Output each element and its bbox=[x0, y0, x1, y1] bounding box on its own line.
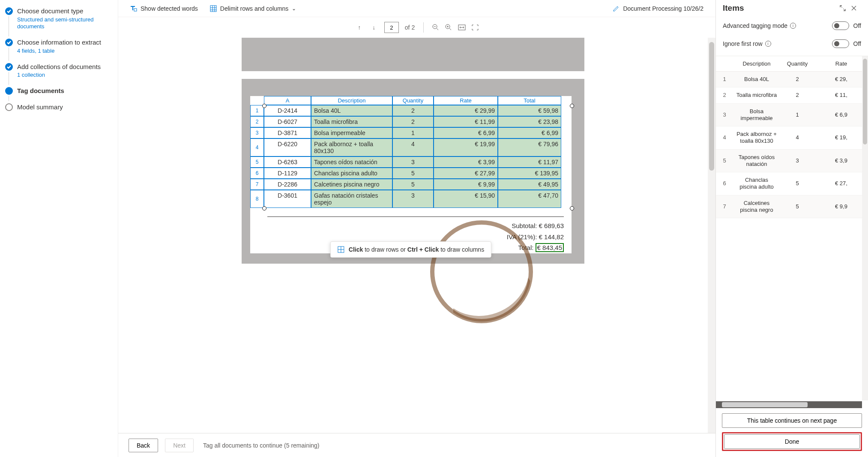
table-cell[interactable]: 1 bbox=[392, 127, 434, 138]
panel-row[interactable]: 4Pack albornoz + toalla 80x1304€ 19, bbox=[716, 126, 868, 150]
table-cell[interactable]: D-6027 bbox=[264, 116, 311, 127]
wizard-step[interactable]: Tag documents bbox=[5, 83, 113, 99]
canvas-vertical-scrollbar[interactable] bbox=[708, 38, 715, 433]
table-cell[interactable]: € 139,95 bbox=[498, 168, 561, 179]
selection-handle-tr[interactable] bbox=[570, 104, 574, 108]
table-row[interactable]: 4D-6220Pack albornoz + toalla 80x1304€ 1… bbox=[250, 138, 572, 156]
row-number[interactable]: 1 bbox=[250, 105, 264, 116]
row-number[interactable]: 4 bbox=[250, 138, 264, 156]
advanced-tagging-toggle[interactable] bbox=[832, 21, 849, 30]
table-cell[interactable]: 2 bbox=[392, 105, 434, 116]
table-row[interactable]: 5D-6263Tapones oídos natación3€ 3,99€ 11… bbox=[250, 156, 572, 168]
table-cell[interactable]: D-1129 bbox=[264, 168, 311, 179]
panel-row[interactable]: 1Bolsa 40L2€ 29, bbox=[716, 72, 868, 87]
table-cell[interactable]: Tapones oídos natación bbox=[311, 156, 392, 168]
table-cell[interactable]: 5 bbox=[392, 179, 434, 190]
prev-page-button[interactable]: ↑ bbox=[355, 24, 364, 31]
info-icon[interactable]: i bbox=[790, 23, 796, 29]
page-number-input[interactable] bbox=[384, 22, 399, 33]
panel-row[interactable]: 6Chanclas piscina adulto5€ 27, bbox=[716, 172, 868, 195]
column-header[interactable]: A bbox=[264, 96, 311, 105]
table-row[interactable]: 6D-1129Chanclas piscina adulto5€ 27,99€ … bbox=[250, 168, 572, 179]
back-button[interactable]: Back bbox=[129, 439, 158, 452]
table-cell[interactable]: Toalla microfibra bbox=[311, 116, 392, 127]
table-cell[interactable]: € 15,90 bbox=[434, 190, 498, 208]
selection-handle-br[interactable] bbox=[570, 206, 574, 210]
column-header[interactable]: Rate bbox=[434, 96, 498, 105]
table-row[interactable]: 3D-3871Bolsa impermeable1€ 6,99€ 6,99 bbox=[250, 127, 572, 138]
selection-handle-bl[interactable] bbox=[262, 206, 266, 210]
table-cell[interactable]: € 79,96 bbox=[498, 138, 561, 156]
table-cell[interactable]: € 11,99 bbox=[434, 116, 498, 127]
table-row[interactable]: 8D-3601Gafas natación cristales espejo3€… bbox=[250, 190, 572, 208]
table-cell[interactable]: € 49,95 bbox=[498, 179, 561, 190]
table-cell[interactable]: € 23,98 bbox=[498, 116, 561, 127]
table-cell[interactable]: Bolsa impermeable bbox=[311, 127, 392, 138]
table-cell[interactable]: D-3601 bbox=[264, 190, 311, 208]
table-cell[interactable]: € 59,98 bbox=[498, 105, 561, 116]
delimit-rows-columns-button[interactable]: Delimit rows and columns ⌄ bbox=[210, 5, 296, 12]
next-page-button[interactable]: ↓ bbox=[370, 24, 378, 31]
row-number[interactable]: 3 bbox=[250, 127, 264, 138]
row-number[interactable]: 8 bbox=[250, 190, 264, 208]
panel-row[interactable]: 5Tapones oídos natación3€ 3,9 bbox=[716, 149, 868, 172]
table-cell[interactable]: 3 bbox=[392, 190, 434, 208]
table-cell[interactable]: D-6263 bbox=[264, 156, 311, 168]
wizard-step[interactable]: Model summary bbox=[5, 99, 113, 116]
panel-horizontal-scrollbar[interactable] bbox=[716, 401, 862, 408]
table-cell[interactable]: D-2414 bbox=[264, 105, 311, 116]
panel-row[interactable]: 3Bolsa impermeable1€ 6,9 bbox=[716, 103, 868, 126]
zoom-in-button[interactable] bbox=[445, 24, 452, 31]
zoom-out-button[interactable] bbox=[432, 24, 439, 31]
close-panel-button[interactable] bbox=[851, 5, 862, 11]
row-number[interactable]: 7 bbox=[250, 179, 264, 190]
row-number[interactable]: 6 bbox=[250, 168, 264, 179]
table-cell[interactable]: D-3871 bbox=[264, 127, 311, 138]
row-number[interactable]: 5 bbox=[250, 156, 264, 168]
table-cell[interactable]: € 9,99 bbox=[434, 179, 498, 190]
fit-width-button[interactable] bbox=[458, 24, 466, 30]
table-cell[interactable]: 2 bbox=[392, 116, 434, 127]
table-cell[interactable]: Calcetines piscina negro bbox=[311, 179, 392, 190]
table-cell[interactable]: 5 bbox=[392, 168, 434, 179]
wizard-step[interactable]: Choose information to extract4 fields, 1… bbox=[5, 35, 113, 59]
info-icon[interactable]: i bbox=[765, 41, 771, 47]
table-cell[interactable]: € 6,99 bbox=[434, 127, 498, 138]
show-detected-words-button[interactable]: Show detected words bbox=[130, 5, 198, 12]
table-cell[interactable]: € 11,97 bbox=[498, 156, 561, 168]
panel-column-header[interactable]: Description bbox=[733, 56, 780, 72]
table-cell[interactable]: Pack albornoz + toalla 80x130 bbox=[311, 138, 392, 156]
table-cell[interactable]: € 3,99 bbox=[434, 156, 498, 168]
table-row[interactable]: 1D-2414Bolsa 40L2€ 29,99€ 59,98 bbox=[250, 105, 572, 116]
ignore-first-row-toggle[interactable] bbox=[832, 39, 849, 48]
document-name-button[interactable]: Document Processing 10/26/2 bbox=[613, 5, 703, 12]
panel-row[interactable]: 2Toalla microfibra2€ 11, bbox=[716, 87, 868, 103]
table-row[interactable]: 7D-2286Calcetines piscina negro5€ 9,99€ … bbox=[250, 179, 572, 190]
table-cell[interactable]: € 29,99 bbox=[434, 105, 498, 116]
wizard-step[interactable]: Choose document typeStructured and semi-… bbox=[5, 3, 113, 35]
row-number[interactable]: 2 bbox=[250, 116, 264, 127]
table-cell[interactable]: € 19,99 bbox=[434, 138, 498, 156]
table-cell[interactable]: Bolsa 40L bbox=[311, 105, 392, 116]
wizard-step[interactable]: Add collections of documents1 collection bbox=[5, 59, 113, 83]
expand-panel-button[interactable] bbox=[840, 5, 851, 11]
column-header[interactable]: Quantity bbox=[392, 96, 434, 105]
done-button[interactable]: Done bbox=[724, 434, 860, 449]
panel-column-header[interactable]: Rate bbox=[814, 56, 868, 72]
panel-vertical-scrollbar[interactable] bbox=[862, 56, 868, 400]
panel-row[interactable]: 7Calcetines piscina negro5€ 9,9 bbox=[716, 195, 868, 218]
column-header[interactable]: Description bbox=[311, 96, 392, 105]
table-cell[interactable]: 4 bbox=[392, 138, 434, 156]
panel-column-header[interactable] bbox=[716, 56, 733, 72]
table-cell[interactable]: Gafas natación cristales espejo bbox=[311, 190, 392, 208]
table-cell[interactable]: € 27,99 bbox=[434, 168, 498, 179]
canvas-viewport[interactable]: ADescriptionQuantityRateTotal 1D-2414Bol… bbox=[118, 38, 708, 433]
fit-page-button[interactable] bbox=[472, 24, 479, 30]
table-cell[interactable]: D-6220 bbox=[264, 138, 311, 156]
continues-next-page-button[interactable]: This table continues on next page bbox=[722, 413, 862, 428]
table-cell[interactable]: Chanclas piscina adulto bbox=[311, 168, 392, 179]
column-header[interactable]: Total bbox=[498, 96, 561, 105]
table-row[interactable]: 2D-6027Toalla microfibra2€ 11,99€ 23,98 bbox=[250, 116, 572, 127]
panel-column-header[interactable]: Quantity bbox=[780, 56, 814, 72]
table-cell[interactable]: € 47,70 bbox=[498, 190, 561, 208]
